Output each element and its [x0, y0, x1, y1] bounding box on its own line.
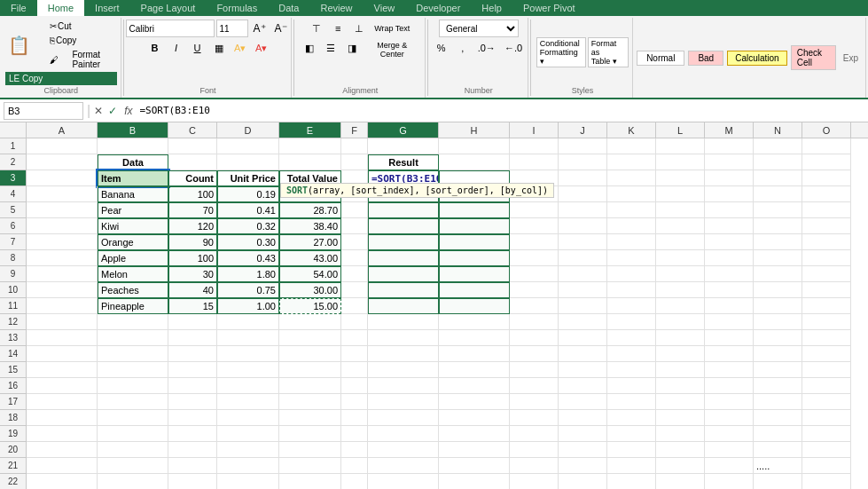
cell-m21[interactable]: [705, 458, 754, 474]
cell-d6[interactable]: 0.32: [217, 218, 279, 234]
cell-d2[interactable]: [217, 154, 279, 170]
cell-b4[interactable]: Banana: [98, 186, 168, 202]
cell-e10[interactable]: 30.00: [279, 282, 341, 298]
cell-e12[interactable]: [279, 314, 341, 330]
cell-e16[interactable]: [279, 378, 341, 394]
cell-c17[interactable]: [168, 394, 217, 410]
cell-a17[interactable]: [27, 394, 98, 410]
cell-c10[interactable]: 40: [168, 282, 217, 298]
cell-o18[interactable]: [802, 410, 851, 426]
cell-k16[interactable]: [607, 378, 656, 394]
cell-g10[interactable]: [368, 282, 439, 298]
cell-l11[interactable]: [656, 298, 705, 314]
cell-j11[interactable]: [559, 298, 607, 314]
cell-h7[interactable]: [439, 234, 510, 250]
cell-g1[interactable]: [368, 138, 439, 154]
cell-d19[interactable]: [217, 426, 279, 442]
cell-l20[interactable]: [656, 442, 705, 458]
cell-i20[interactable]: [510, 442, 559, 458]
cell-b19[interactable]: [98, 426, 168, 442]
cell-e1[interactable]: [279, 138, 341, 154]
calculation-style[interactable]: Calculation: [727, 51, 786, 66]
cell-n6[interactable]: [754, 218, 802, 234]
cell-n18[interactable]: [754, 410, 802, 426]
cell-e11[interactable]: 15.00: [279, 298, 341, 314]
cell-h20[interactable]: [439, 442, 510, 458]
cell-c11[interactable]: 15: [168, 298, 217, 314]
cell-i2[interactable]: [510, 154, 559, 170]
cell-h12[interactable]: [439, 314, 510, 330]
cell-f15[interactable]: [341, 362, 368, 378]
cell-o19[interactable]: [802, 426, 851, 442]
cell-j22[interactable]: [559, 474, 607, 489]
cell-i13[interactable]: [510, 330, 559, 346]
cell-j20[interactable]: [559, 442, 607, 458]
cell-e20[interactable]: [279, 442, 341, 458]
cell-g15[interactable]: [368, 362, 439, 378]
cell-m9[interactable]: [705, 266, 754, 282]
cell-l19[interactable]: [656, 426, 705, 442]
formula-confirm-button[interactable]: ✓: [108, 105, 117, 117]
cell-m16[interactable]: [705, 378, 754, 394]
cell-k12[interactable]: [607, 314, 656, 330]
cell-o14[interactable]: [802, 346, 851, 362]
formula-cancel-button[interactable]: ✕: [94, 105, 103, 117]
cell-b12[interactable]: [98, 314, 168, 330]
cell-b7[interactable]: Orange: [98, 234, 168, 250]
cell-i8[interactable]: [510, 250, 559, 266]
cell-j5[interactable]: [559, 202, 607, 218]
cell-b14[interactable]: [98, 346, 168, 362]
cell-h11[interactable]: [439, 298, 510, 314]
cut-button[interactable]: ✂ Cut: [46, 20, 117, 33]
cell-a1[interactable]: [27, 138, 98, 154]
cell-m1[interactable]: [705, 138, 754, 154]
cell-k22[interactable]: [607, 474, 656, 489]
cell-c14[interactable]: [168, 346, 217, 362]
italic-button[interactable]: I: [167, 39, 186, 57]
cell-c22[interactable]: [168, 474, 217, 489]
cell-a4[interactable]: [27, 186, 98, 202]
format-as-table-btn[interactable]: Format as Table ▾: [588, 37, 629, 67]
font-decrease-button[interactable]: A⁻: [271, 20, 291, 37]
cell-m2[interactable]: [705, 154, 754, 170]
cell-f10[interactable]: [341, 282, 368, 298]
cell-g22[interactable]: [368, 474, 439, 489]
bad-style[interactable]: Bad: [688, 51, 723, 66]
cell-i7[interactable]: [510, 234, 559, 250]
cell-e15[interactable]: [279, 362, 341, 378]
cell-l9[interactable]: [656, 266, 705, 282]
cell-g13[interactable]: [368, 330, 439, 346]
tab-developer[interactable]: Developer: [405, 0, 471, 16]
cell-b5[interactable]: Pear: [98, 202, 168, 218]
cell-n9[interactable]: [754, 266, 802, 282]
cell-i5[interactable]: [510, 202, 559, 218]
formula-function-icon[interactable]: fx: [124, 105, 132, 117]
tab-insert[interactable]: Insert: [84, 0, 130, 16]
cell-l5[interactable]: [656, 202, 705, 218]
cell-o12[interactable]: [802, 314, 851, 330]
col-header-k[interactable]: K: [607, 122, 656, 138]
cell-c21[interactable]: [168, 458, 217, 474]
cell-f1[interactable]: [341, 138, 368, 154]
cell-c5[interactable]: 70: [168, 202, 217, 218]
cell-n1[interactable]: [754, 138, 802, 154]
cell-c6[interactable]: 120: [168, 218, 217, 234]
cell-i19[interactable]: [510, 426, 559, 442]
align-bottom-button[interactable]: ⊥: [349, 20, 369, 37]
cell-k19[interactable]: [607, 426, 656, 442]
cell-e14[interactable]: [279, 346, 341, 362]
cell-d5[interactable]: 0.41: [217, 202, 279, 218]
cell-n10[interactable]: [754, 282, 802, 298]
cell-k4[interactable]: [607, 186, 656, 202]
cell-e5[interactable]: 28.70: [279, 202, 341, 218]
col-header-l[interactable]: L: [656, 122, 705, 138]
cell-b22[interactable]: [98, 474, 168, 489]
cell-b1[interactable]: [98, 138, 168, 154]
cell-e18[interactable]: [279, 410, 341, 426]
cell-j19[interactable]: [559, 426, 607, 442]
cell-c3-header[interactable]: Count: [168, 170, 217, 186]
cell-f6[interactable]: [341, 218, 368, 234]
cell-k7[interactable]: [607, 234, 656, 250]
cell-o3[interactable]: [802, 170, 851, 186]
col-header-g[interactable]: G: [368, 122, 439, 138]
